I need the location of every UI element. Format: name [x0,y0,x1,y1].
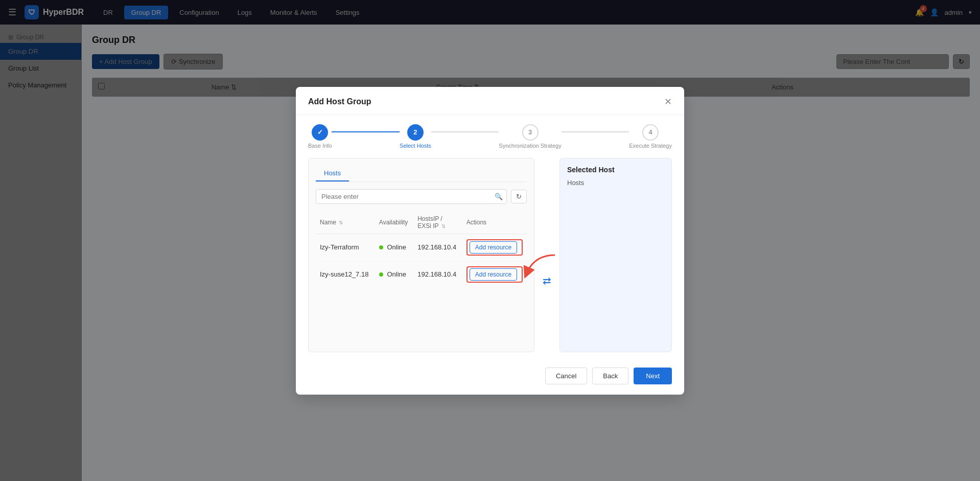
search-wrap: 🔍 [316,189,507,204]
add-host-group-modal: Add Host Group ✕ ✓ Base Info 2 Select Ho… [296,87,684,395]
host-col-actions: Actions [462,211,527,234]
step-2: 2 Select Hosts [400,124,431,149]
modal-overlay: Add Host Group ✕ ✓ Base Info 2 Select Ho… [0,0,980,481]
step-4-label: Execute Strategy [629,143,672,149]
add-resource-button-2[interactable]: Add resource [470,268,517,281]
host-status-1: Online [375,234,413,261]
modal-body: Hosts 🔍 ↻ Name ⇅ [296,158,684,360]
host-name-2: Izy-suse12_7.18 [316,261,375,288]
host-col-ip: HostsIP / EXSi IP ⇅ [413,211,462,234]
selected-host-sub: Hosts [567,179,664,187]
host-name-1: Izy-Terraform [316,234,375,261]
step-3-circle: 3 [522,124,539,141]
step-line-2 [431,131,499,132]
selected-host-list [567,191,664,334]
step-2-label: Select Hosts [400,143,431,149]
transfer-column: ⇄ [541,158,553,352]
table-row: Izy-Terraform Online 192.168.10.4 Add re… [316,234,527,261]
host-col-name: Name ⇅ [316,211,375,234]
host-ip-1: 192.168.10.4 [413,234,462,261]
step-1-label: Base Info [308,143,332,149]
step-1: ✓ Base Info [308,124,332,149]
add-resource-button-1[interactable]: Add resource [470,241,517,254]
right-panel: Selected Host Hosts [559,158,672,352]
tab-bar: Hosts [316,166,527,182]
status-dot-icon [379,245,383,249]
step-3-label: Synchronization Strategy [499,143,561,149]
left-panel: Hosts 🔍 ↻ Name ⇅ [308,158,534,352]
host-search-input[interactable] [316,189,507,204]
selected-host-title: Selected Host [567,166,664,174]
host-ip-2: 192.168.10.4 [413,261,462,288]
search-icon: 🔍 [495,193,503,200]
host-action-2: Add resource [462,261,527,288]
modal-title: Add Host Group [308,97,371,106]
modal-footer: Cancel Back Next [296,360,684,395]
search-row: 🔍 ↻ [316,189,527,204]
next-button[interactable]: Next [634,368,672,384]
host-action-1: Add resource [462,234,527,261]
step-4-circle: 4 [642,124,659,141]
add-resource-highlight-2: Add resource [466,266,523,283]
step-line-1 [332,131,400,132]
tab-hosts[interactable]: Hosts [316,166,349,181]
host-refresh-button[interactable]: ↻ [511,190,527,203]
modal-close-button[interactable]: ✕ [664,96,672,107]
host-table: Name ⇅ Availability HostsIP / EXSi IP ⇅ … [316,211,527,288]
cancel-button[interactable]: Cancel [545,368,587,384]
transfer-icon: ⇄ [543,274,551,287]
add-resource-highlight-1: Add resource [466,239,523,256]
stepper: ✓ Base Info 2 Select Hosts 3 Synchroniza… [296,115,684,158]
modal-inner: Hosts 🔍 ↻ Name ⇅ [308,158,672,352]
status-dot-icon [379,272,383,277]
back-button[interactable]: Back [592,368,628,384]
modal-header: Add Host Group ✕ [296,87,684,115]
step-3: 3 Synchronization Strategy [499,124,561,149]
table-row: Izy-suse12_7.18 Online 192.168.10.4 Add … [316,261,527,288]
step-2-circle: 2 [407,124,424,141]
step-1-circle: ✓ [312,124,328,141]
step-line-3 [562,131,629,132]
host-col-availability: Availability [375,211,413,234]
host-status-2: Online [375,261,413,288]
step-4: 4 Execute Strategy [629,124,672,149]
